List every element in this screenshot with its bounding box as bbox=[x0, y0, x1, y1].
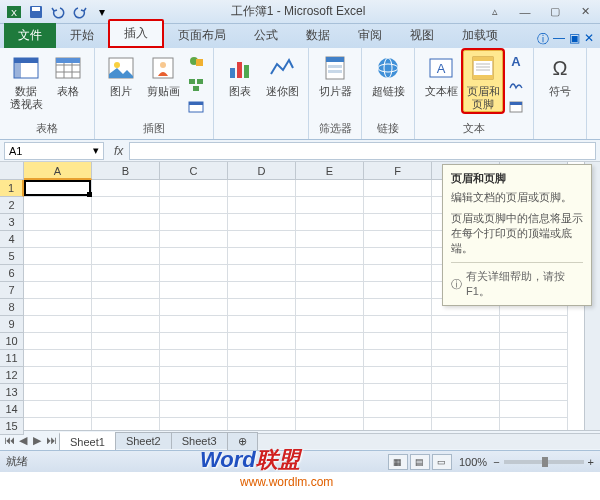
row-header[interactable]: 14 bbox=[0, 401, 24, 418]
cell[interactable] bbox=[92, 418, 160, 430]
cell[interactable] bbox=[228, 384, 296, 401]
cell[interactable] bbox=[296, 316, 364, 333]
cell[interactable] bbox=[228, 180, 296, 197]
name-box[interactable]: A1 ▾ bbox=[4, 142, 104, 160]
tab-data[interactable]: 数据 bbox=[292, 23, 344, 48]
row-header[interactable]: 1 bbox=[0, 180, 24, 197]
cell[interactable] bbox=[432, 333, 500, 350]
view-pagebreak-button[interactable]: ▭ bbox=[432, 454, 452, 470]
tab-formulas[interactable]: 公式 bbox=[240, 23, 292, 48]
cell[interactable] bbox=[364, 401, 432, 418]
cell[interactable] bbox=[160, 333, 228, 350]
cell[interactable] bbox=[160, 265, 228, 282]
cell[interactable] bbox=[92, 248, 160, 265]
cell[interactable] bbox=[296, 197, 364, 214]
cell[interactable] bbox=[92, 350, 160, 367]
cell[interactable] bbox=[24, 180, 92, 197]
cell[interactable] bbox=[500, 333, 568, 350]
cell[interactable] bbox=[160, 180, 228, 197]
cell[interactable] bbox=[228, 282, 296, 299]
row-header[interactable]: 8 bbox=[0, 299, 24, 316]
cell[interactable] bbox=[296, 231, 364, 248]
cell[interactable] bbox=[228, 299, 296, 316]
cell[interactable] bbox=[500, 401, 568, 418]
column-header[interactable]: A bbox=[24, 162, 92, 180]
screenshot-button[interactable] bbox=[185, 96, 207, 118]
cell[interactable] bbox=[296, 367, 364, 384]
cell[interactable] bbox=[500, 316, 568, 333]
cell[interactable] bbox=[92, 197, 160, 214]
cell[interactable] bbox=[160, 367, 228, 384]
cell[interactable] bbox=[296, 282, 364, 299]
column-header[interactable]: C bbox=[160, 162, 228, 180]
cell[interactable] bbox=[24, 231, 92, 248]
row-header[interactable]: 2 bbox=[0, 197, 24, 214]
window-restore-icon[interactable]: ▣ bbox=[569, 31, 580, 48]
cell[interactable] bbox=[296, 214, 364, 231]
cell[interactable] bbox=[432, 384, 500, 401]
name-box-dropdown-icon[interactable]: ▾ bbox=[93, 144, 99, 157]
column-header[interactable]: B bbox=[92, 162, 160, 180]
horizontal-scrollbar[interactable] bbox=[258, 433, 600, 449]
tab-view[interactable]: 视图 bbox=[396, 23, 448, 48]
tab-addins[interactable]: 加载项 bbox=[448, 23, 512, 48]
sheet-nav-first-icon[interactable]: ⏮ bbox=[2, 434, 16, 447]
window-min2-icon[interactable]: — bbox=[553, 31, 565, 48]
pivottable-button[interactable]: 数据 透视表 bbox=[6, 50, 46, 112]
cell[interactable] bbox=[296, 180, 364, 197]
cell[interactable] bbox=[364, 231, 432, 248]
sparkline-button[interactable]: 迷你图 bbox=[262, 50, 302, 100]
cell[interactable] bbox=[228, 197, 296, 214]
cell[interactable] bbox=[364, 316, 432, 333]
tab-home[interactable]: 开始 bbox=[56, 23, 108, 48]
smartart-button[interactable] bbox=[185, 73, 207, 95]
cell[interactable] bbox=[24, 401, 92, 418]
cell[interactable] bbox=[92, 231, 160, 248]
column-header[interactable]: D bbox=[228, 162, 296, 180]
wordart-button[interactable]: A bbox=[505, 50, 527, 72]
chart-button[interactable]: 图表 bbox=[220, 50, 260, 100]
sheet-tab[interactable]: Sheet3 bbox=[171, 432, 228, 449]
cell[interactable] bbox=[364, 384, 432, 401]
view-normal-button[interactable]: ▦ bbox=[388, 454, 408, 470]
file-tab[interactable]: 文件 bbox=[4, 23, 56, 48]
sheet-nav-next-icon[interactable]: ▶ bbox=[30, 434, 44, 447]
cell[interactable] bbox=[160, 316, 228, 333]
close-icon[interactable]: ✕ bbox=[574, 4, 596, 20]
sheet-nav-prev-icon[interactable]: ◀ bbox=[16, 434, 30, 447]
cell[interactable] bbox=[160, 418, 228, 430]
zoom-out-icon[interactable]: − bbox=[493, 456, 499, 468]
excel-app-icon[interactable]: X bbox=[4, 3, 24, 21]
cell[interactable] bbox=[364, 248, 432, 265]
cell[interactable] bbox=[364, 350, 432, 367]
cell[interactable] bbox=[364, 180, 432, 197]
cell[interactable] bbox=[92, 299, 160, 316]
sheet-tab[interactable]: Sheet2 bbox=[115, 432, 172, 449]
formula-input[interactable] bbox=[129, 142, 596, 160]
cell[interactable] bbox=[296, 248, 364, 265]
row-header[interactable]: 12 bbox=[0, 367, 24, 384]
cell[interactable] bbox=[364, 282, 432, 299]
cell[interactable] bbox=[296, 401, 364, 418]
cell[interactable] bbox=[432, 401, 500, 418]
cell[interactable] bbox=[24, 384, 92, 401]
new-sheet-button[interactable]: ⊕ bbox=[227, 432, 258, 450]
row-header[interactable]: 6 bbox=[0, 265, 24, 282]
cell[interactable] bbox=[24, 248, 92, 265]
cell[interactable] bbox=[500, 384, 568, 401]
cell[interactable] bbox=[92, 180, 160, 197]
cell[interactable] bbox=[432, 350, 500, 367]
cell[interactable] bbox=[228, 367, 296, 384]
cell[interactable] bbox=[160, 231, 228, 248]
cell[interactable] bbox=[92, 401, 160, 418]
cell[interactable] bbox=[92, 316, 160, 333]
cell[interactable] bbox=[228, 401, 296, 418]
clipart-button[interactable]: 剪贴画 bbox=[143, 50, 183, 100]
tab-review[interactable]: 审阅 bbox=[344, 23, 396, 48]
minimize-ribbon-icon[interactable]: ▵ bbox=[484, 4, 506, 20]
cell[interactable] bbox=[160, 299, 228, 316]
cell[interactable] bbox=[432, 418, 500, 430]
qat-dropdown-icon[interactable]: ▾ bbox=[92, 3, 112, 21]
cell[interactable] bbox=[432, 316, 500, 333]
cell[interactable] bbox=[160, 197, 228, 214]
